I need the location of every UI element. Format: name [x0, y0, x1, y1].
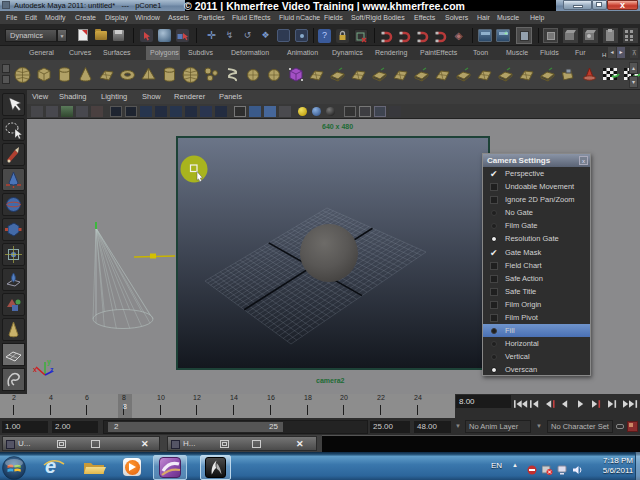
svg-text:e: e: [45, 455, 56, 477]
svg-text:y: y: [47, 358, 51, 366]
svg-text:x: x: [33, 366, 37, 373]
svg-text:z: z: [50, 366, 54, 373]
